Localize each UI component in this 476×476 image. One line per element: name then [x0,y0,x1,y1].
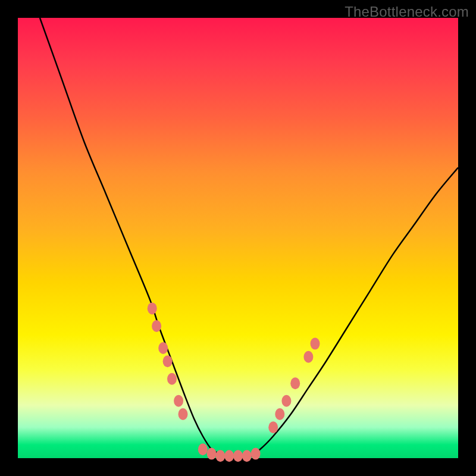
curve-marker [174,395,183,407]
curve-marker [303,351,313,363]
plot-area [18,18,458,458]
curve-marker [158,342,168,354]
curve-marker [275,408,284,420]
curve-marker [167,373,177,385]
curve-marker [290,377,300,389]
bottleneck-curve [40,18,458,459]
curve-marker [198,443,208,455]
curve-marker [251,448,261,460]
curve-marker [311,338,320,350]
outer-frame: TheBottleneck.com [0,0,476,476]
curve-marker [281,395,291,407]
chart-svg [18,18,458,458]
curve-marker [148,302,157,314]
curve-marker [178,408,188,420]
curve-marker [207,448,217,460]
curve-marker [163,355,173,367]
curve-markers [148,302,320,462]
curve-marker [268,421,278,433]
curve-marker [215,450,225,462]
curve-marker [224,450,234,462]
curve-marker [242,450,252,462]
curve-marker [233,450,243,462]
curve-marker [152,320,161,332]
